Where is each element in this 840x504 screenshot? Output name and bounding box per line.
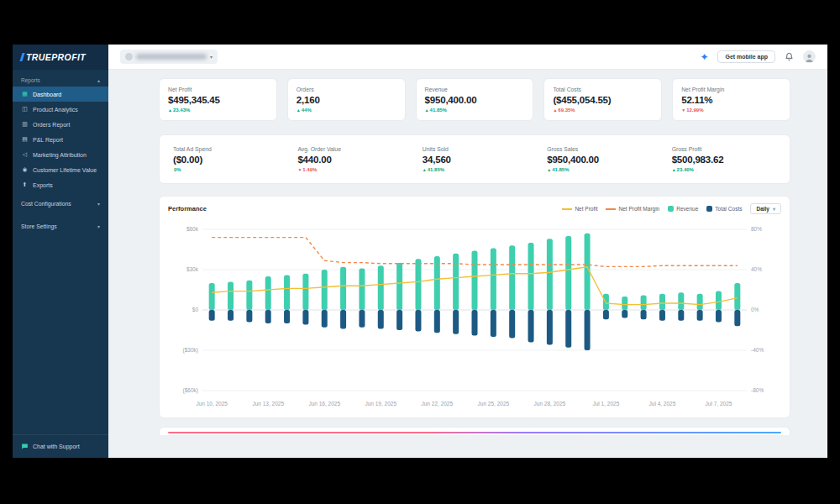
legend-item-total-costs[interactable]: Total Costs xyxy=(706,206,742,212)
kpi-delta: ▼12.99% xyxy=(681,108,781,113)
topbar-actions: ✦ Get mobile app xyxy=(700,50,816,63)
get-mobile-app-button[interactable]: Get mobile app xyxy=(717,50,775,63)
app-window: TRUEPROFIT Reports ▴ ▦ Dashboard ◫ Produ… xyxy=(13,45,827,458)
svg-text:Jun 25, 2025: Jun 25, 2025 xyxy=(478,401,510,407)
kpi-card-net-profit: Net Profit $495,345.45 ▲23.43% xyxy=(159,78,277,121)
kpi-value: 34,560 xyxy=(423,155,527,165)
product-analytics-icon: ◫ xyxy=(21,106,29,113)
marketing-attribution-icon: ◁ xyxy=(21,151,29,158)
dashboard-icon: ▦ xyxy=(21,91,29,97)
kpi-label: Units Sold xyxy=(423,146,527,152)
sidebar-item-label: Dashboard xyxy=(33,92,61,97)
range-select[interactable]: Daily ▾ xyxy=(750,203,781,214)
sidebar-item-label: Marketing Attribution xyxy=(33,152,87,158)
kpi-delta: ▲69.35% xyxy=(553,108,653,113)
kpi-label: Net Profit Margin xyxy=(681,87,781,92)
chat-with-support-button[interactable]: Chat with Support xyxy=(13,434,108,458)
partial-chart-line xyxy=(168,432,781,433)
kpi-card-orders: Orders 2,160 ▲44% xyxy=(287,78,406,121)
kpi-units-sold: Units Sold 34,560 ▲41.85% xyxy=(412,146,537,172)
pl-report-icon: ▤ xyxy=(21,136,29,143)
svg-text:0%: 0% xyxy=(751,307,759,312)
kpi-label: Orders xyxy=(297,87,396,92)
performance-card: Performance Net Profit Net Profit Margin xyxy=(159,196,790,418)
sidebar-group-cost-configurations[interactable]: Cost Configurations ▾ xyxy=(13,192,108,215)
svg-text:Jun 28, 2025: Jun 28, 2025 xyxy=(534,401,566,407)
sidebar-item-label: Exports xyxy=(33,182,53,188)
customer-lifetime-value-icon: ◉ xyxy=(21,166,29,173)
sidebar-item-label: Product Analytics xyxy=(33,107,78,113)
svg-text:-40%: -40% xyxy=(751,347,764,353)
legend-item-net-profit-margin[interactable]: Net Profit Margin xyxy=(606,206,659,212)
kpi-total-ad-spend: Total Ad Spend ($0.00) 0% xyxy=(163,146,287,172)
kpi-delta: ▲23.40% xyxy=(672,167,776,172)
kpi-delta: 0% xyxy=(173,167,277,172)
kpi-label: Net Profit xyxy=(168,87,268,92)
svg-text:80%: 80% xyxy=(751,226,762,232)
sparkle-icon[interactable]: ✦ xyxy=(700,52,708,62)
kpi-delta: ▲23.43% xyxy=(168,108,268,113)
kpi-value: ($0.00) xyxy=(173,155,277,165)
svg-text:$60k: $60k xyxy=(186,226,199,232)
sidebar-item-marketing-attribution[interactable]: ◁ Marketing Attribution xyxy=(13,147,108,162)
chat-bubble-icon xyxy=(21,443,29,450)
kpi-card-total-costs: Total Costs ($455,054.55) ▲69.35% xyxy=(543,78,662,121)
svg-text:Jun 22, 2025: Jun 22, 2025 xyxy=(422,401,454,407)
sidebar-item-customer-lifetime-value[interactable]: ◉ Customer Lifetime Value xyxy=(13,162,108,177)
kpi-avg-order-value: Avg. Order Value $440.00 ▼1.49% xyxy=(287,146,412,172)
kpi-delta: ▼1.49% xyxy=(297,167,402,172)
svg-text:($60k): ($60k) xyxy=(183,387,198,394)
sidebar-item-pl-report[interactable]: ▤ P&L Report xyxy=(13,132,108,147)
group-label: Store Settings xyxy=(21,223,57,229)
topbar: ▾ ✦ Get mobile app xyxy=(108,45,827,70)
sidebar-item-dashboard[interactable]: ▦ Dashboard xyxy=(13,87,108,102)
legend-item-net-profit[interactable]: Net Profit xyxy=(562,206,597,212)
svg-text:$0: $0 xyxy=(192,307,199,312)
sidebar-item-product-analytics[interactable]: ◫ Product Analytics xyxy=(13,102,108,117)
kpi-label: Gross Sales xyxy=(547,146,651,152)
sidebar-group-store-settings[interactable]: Store Settings ▾ xyxy=(13,215,108,238)
kpi-value: $950,400.00 xyxy=(425,95,525,105)
kpi-card-net-profit-margin: Net Profit Margin 52.11% ▼12.99% xyxy=(672,78,790,121)
logo-slash-icon xyxy=(19,53,24,61)
store-name-redacted xyxy=(136,54,207,60)
svg-text:40%: 40% xyxy=(751,266,762,272)
store-avatar xyxy=(125,53,133,60)
notifications-bell-icon[interactable] xyxy=(785,52,794,61)
sidebar-section-reports[interactable]: Reports ▴ xyxy=(13,70,108,87)
chart-legend: Net Profit Net Profit Margin Revenue xyxy=(562,206,742,212)
chevron-down-icon: ▾ xyxy=(773,206,775,212)
svg-text:$30k: $30k xyxy=(186,266,199,272)
sidebar-item-label: Orders Report xyxy=(33,122,70,128)
performance-chart: $60k80%$30k40%$00%($30k)-40%($60k)-80%Ju… xyxy=(168,219,781,414)
kpi-value: $440.00 xyxy=(297,155,402,165)
dashboard-content: Net Profit $495,345.45 ▲23.43% Orders 2,… xyxy=(108,70,827,458)
main-area: ▾ ✦ Get mobile app xyxy=(108,45,827,458)
svg-text:Jul 7, 2025: Jul 7, 2025 xyxy=(706,401,732,407)
store-selector[interactable]: ▾ xyxy=(120,50,218,64)
chat-label: Chat with Support xyxy=(33,444,80,449)
orders-report-icon: ▥ xyxy=(21,121,29,128)
sidebar-item-label: Customer Lifetime Value xyxy=(33,167,97,173)
kpi-value: $495,345.45 xyxy=(168,95,268,105)
kpi-gross-profit: Gross Profit $500,983.62 ▲23.40% xyxy=(662,146,786,172)
net-profit-swatch-icon xyxy=(562,208,572,210)
group-label: Cost Configurations xyxy=(21,201,71,207)
reports-section-label: Reports xyxy=(21,77,40,83)
user-avatar[interactable] xyxy=(803,50,816,63)
exports-icon: ⬆ xyxy=(21,181,29,188)
chevron-down-icon: ▾ xyxy=(210,54,213,60)
kpi-delta: ▲41.85% xyxy=(425,108,525,113)
sidebar: TRUEPROFIT Reports ▴ ▦ Dashboard ◫ Produ… xyxy=(13,45,108,458)
kpi-label: Total Costs xyxy=(553,87,653,92)
kpi-value: $500,983.62 xyxy=(672,155,776,165)
kpi-label: Avg. Order Value xyxy=(297,146,402,152)
performance-header: Performance Net Profit Net Profit Margin xyxy=(168,203,781,214)
legend-item-revenue[interactable]: Revenue xyxy=(668,206,698,212)
kpi-label: Gross Profit xyxy=(672,146,776,152)
sidebar-item-orders-report[interactable]: ▥ Orders Report xyxy=(13,117,108,132)
sidebar-item-exports[interactable]: ⬆ Exports xyxy=(13,177,108,192)
kpi-row-2: Total Ad Spend ($0.00) 0% Avg. Order Val… xyxy=(159,134,790,184)
chevron-up-icon: ▴ xyxy=(97,77,100,83)
chevron-down-icon: ▾ xyxy=(97,201,100,207)
